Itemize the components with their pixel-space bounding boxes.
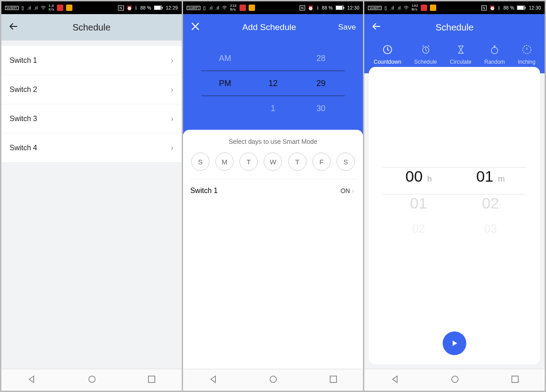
notif-icon-2 (249, 5, 255, 11)
picker-cell: 30 (297, 104, 345, 113)
list-item-label: Switch 4 (10, 144, 37, 152)
list-item[interactable]: Switch 1 › (1, 46, 182, 75)
tab-circulate[interactable]: Circulate (450, 43, 471, 65)
bluetooth-icon: ᛒ (135, 5, 138, 10)
nfc-icon: N (118, 5, 123, 10)
chevron-right-icon: › (352, 187, 354, 194)
alarm-icon: ⏰ (490, 5, 495, 10)
svg-rect-18 (512, 376, 518, 382)
list-item-label: Switch 2 (10, 86, 37, 94)
svg-rect-6 (336, 6, 342, 10)
nfc-icon: N (481, 5, 487, 10)
start-button[interactable] (443, 331, 466, 355)
nav-recent-icon[interactable] (148, 375, 156, 385)
list-item-label: Switch 1 (10, 56, 37, 65)
nav-home-icon[interactable] (269, 375, 278, 386)
chevron-right-icon: › (171, 115, 173, 123)
header: Schedule (1, 14, 182, 41)
blue-panel: Schedule Countdown Schedule Circulate R (364, 14, 545, 73)
svg-rect-4 (148, 376, 155, 382)
bottom-sheet: Select days to use Smart Mode S M T W T … (183, 130, 363, 369)
nav-recent-icon[interactable] (511, 375, 519, 385)
picker-cell: 01 (410, 194, 427, 212)
day-toggle[interactable]: T (240, 153, 258, 171)
tab-label: Circulate (450, 59, 471, 65)
battery-icon (517, 5, 526, 10)
switch-state: ON› (341, 187, 354, 194)
signal-icon: .ıl (215, 5, 219, 10)
picker-selected: 12 (249, 79, 297, 88)
data-rate: 218B/s (230, 4, 236, 11)
nav-back-icon[interactable] (209, 375, 218, 386)
chevron-right-icon: › (171, 56, 173, 65)
alarm-icon: ⏰ (127, 5, 132, 10)
day-toggle[interactable]: W (264, 153, 282, 171)
switch-name: Switch 1 (190, 187, 218, 195)
signal-icon: .ıl (397, 5, 401, 10)
time-picker[interactable]: AM28 PM1229 130 (183, 41, 363, 134)
nav-back-icon[interactable] (27, 375, 36, 386)
day-toggle[interactable]: T (288, 153, 306, 171)
header: Add Schedule Save (183, 14, 363, 41)
play-icon (450, 339, 459, 347)
day-toggle[interactable]: F (312, 153, 331, 171)
day-toggle[interactable]: S (337, 153, 355, 171)
vowifi-icon: VoWiFi (5, 6, 19, 10)
smart-mode-label: Select days to use Smart Mode (189, 138, 357, 145)
svg-rect-9 (330, 376, 337, 382)
alarm-icon (419, 43, 432, 56)
empty-area (189, 202, 357, 369)
wifi-icon (403, 5, 409, 10)
nav-recent-icon[interactable] (329, 375, 337, 385)
stopwatch-icon (488, 43, 501, 56)
duration-picker[interactable]: 00h 01m 01 02 02 03 (369, 167, 540, 235)
list-item[interactable]: Switch 4 › (1, 133, 182, 163)
sim-icon: ▯ (203, 5, 206, 10)
tab-random[interactable]: Random (485, 43, 505, 65)
status-bar: VoWiFi ▯ .ıl .ıl 218B/s N ⏰ ᛒ 88 % 12:30 (183, 1, 363, 14)
notif-icon-2 (66, 5, 72, 11)
battery-pct: 88 % (503, 5, 514, 10)
notif-icon-1 (421, 5, 427, 11)
list-item[interactable]: Switch 2 › (1, 75, 182, 104)
day-toggle[interactable]: S (191, 153, 209, 171)
battery-icon (154, 5, 163, 10)
notif-icon-1 (240, 5, 246, 11)
hourglass-icon (454, 43, 467, 56)
day-toggle[interactable]: M (215, 153, 234, 171)
svg-rect-1 (154, 6, 161, 10)
hours-value: 00 (405, 168, 423, 185)
tab-schedule[interactable]: Schedule (414, 43, 437, 65)
vowifi-icon: VoWiFi (187, 6, 200, 10)
tab-label: Inching (518, 59, 536, 65)
header: Schedule (364, 14, 545, 41)
tab-label: Random (485, 59, 505, 65)
tab-countdown[interactable]: Countdown (373, 43, 401, 65)
minutes-value: 01 (476, 168, 494, 185)
clock-time: 12:30 (529, 5, 541, 10)
switch-action-row[interactable]: Switch 1 ON› (189, 179, 357, 202)
save-button[interactable]: Save (338, 23, 356, 32)
nav-home-icon[interactable] (87, 375, 97, 386)
nav-home-icon[interactable] (450, 375, 459, 386)
data-rate: 1,6K/s (49, 4, 54, 11)
bluetooth-icon: ᛒ (498, 5, 500, 10)
signal-icon: .ıl (34, 5, 38, 10)
nav-back-icon[interactable] (390, 375, 399, 386)
chevron-right-icon: › (171, 86, 173, 94)
android-navbar (364, 369, 545, 391)
battery-icon (336, 5, 345, 10)
hours-unit: h (427, 174, 432, 184)
status-bar: VoWiFi ▯ .ıl .ıl 192B/s N ⏰ ᛒ 88 % 12:30 (364, 1, 545, 14)
list-item[interactable]: Switch 3 › (1, 104, 182, 133)
screen-3: VoWiFi ▯ .ıl .ıl 192B/s N ⏰ ᛒ 88 % 12:30 (363, 0, 546, 392)
close-button[interactable] (190, 21, 200, 33)
svg-point-3 (89, 376, 95, 382)
tab-inching[interactable]: Inching (518, 43, 536, 65)
page-title: Schedule (8, 22, 175, 33)
picker-cell: 03 (484, 222, 497, 236)
lower-area: 00h 01m 01 02 02 03 (364, 73, 545, 369)
list-item-label: Switch 3 (10, 115, 37, 123)
svg-rect-12 (525, 7, 526, 9)
signal-icon: .ıl (209, 5, 213, 10)
